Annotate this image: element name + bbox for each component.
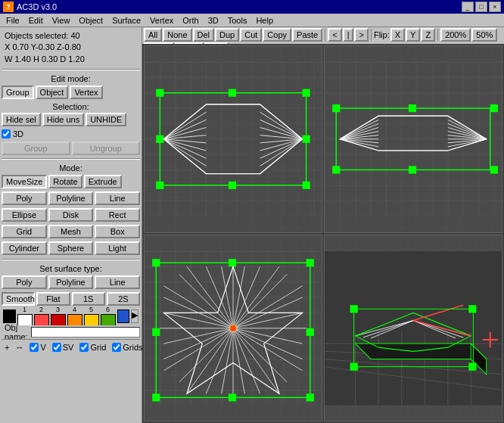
group-button[interactable]: Group [2,142,70,155]
app-title: AC3D v3.0 [17,2,57,11]
selection-label: Selection: [2,102,140,111]
toolbar-row: All None Del Dup Cut Copy Paste < | > Fl… [142,27,504,44]
svg-rect-66 [152,259,160,266]
gridsnap-checkbox[interactable] [112,343,121,352]
smooth-button[interactable]: Smooth [2,292,35,306]
surf-poly-button[interactable]: Poly [2,275,47,289]
2s-button[interactable]: 2S [107,292,140,306]
hide-selected-button[interactable]: Hide sel [2,113,41,126]
menu-surface[interactable]: Surface [107,15,145,26]
object-mode-button[interactable]: Object [36,86,69,99]
menu-view[interactable]: View [48,15,75,26]
toolbar-sep-2 [371,29,372,41]
vertex-mode-button[interactable]: Vertex [70,86,102,99]
dup-button[interactable]: Dup [215,28,239,42]
cylinder-button[interactable]: Cylinder [2,241,47,255]
divider-1 [2,69,140,70]
zoom50-button[interactable]: 50% [471,28,497,42]
movesize-button[interactable]: MoveSize [2,175,47,188]
svg-rect-6 [303,135,310,143]
group-mode-button[interactable]: Group [2,86,34,99]
flip-y-button[interactable]: Y [406,28,420,42]
cut-button[interactable]: Cut [240,28,262,42]
group-ungroup-row: Group Ungroup [2,142,140,155]
title-bar: 7 AC3D v3.0 _ □ × [0,0,504,14]
1s-button[interactable]: 1S [72,292,105,306]
surf-line-button[interactable]: Line [95,275,140,289]
color-label-5: 5 [89,306,93,313]
box-button[interactable]: Box [95,225,140,238]
menu-object[interactable]: Object [74,15,107,26]
zoom200-button[interactable]: 200% [440,28,471,42]
none-button[interactable]: None [163,28,191,42]
ellipse-button[interactable]: Ellipse [2,208,47,222]
sv-checkbox[interactable] [52,343,61,352]
rotate-button[interactable]: Rotate [48,175,82,188]
app-icon: 7 [3,2,14,12]
3d-checkbox[interactable] [2,129,11,138]
color-label-6: 6 [106,306,110,313]
menu-orth[interactable]: Orth [178,15,203,26]
extrude-button[interactable]: Extrude [84,175,122,188]
maximize-button[interactable]: □ [475,2,487,12]
flat-button[interactable]: Flat [36,292,70,306]
menu-file[interactable]: File [2,15,24,26]
line-button[interactable]: Line [95,191,140,205]
tool-row1: Poly Polyline Line [2,191,140,205]
ungroup-button[interactable]: Ungroup [72,142,141,155]
sphere-button[interactable]: Sphere [48,241,94,255]
svg-rect-71 [152,393,160,401]
obj-name-input[interactable] [31,327,140,337]
menu-tools[interactable]: Tools [223,15,252,26]
poly-button[interactable]: Poly [2,191,47,205]
move-icon[interactable]: ↔ [15,343,23,352]
color-scroll[interactable]: ▶ [131,309,138,323]
mode-buttons: MoveSize Rotate Extrude [2,175,140,188]
viewport-bottom-right[interactable] [324,235,502,422]
menu-3d[interactable]: 3D [204,15,223,26]
viewport-top-right[interactable] [324,45,502,233]
grid-checkbox-label: Grid [79,343,106,352]
color-black-swatch[interactable] [3,309,16,323]
objects-selected: Objects selected: 40 [5,30,137,42]
viewport-top-left[interactable] [144,45,322,233]
rect-button[interactable]: Rect [95,208,140,222]
info-section: Objects selected: 40 X 0.70 Y-0.30 Z-0.8… [2,29,140,67]
3d-checkbox-row: 3D [2,129,23,138]
viewport-bottom-left[interactable] [144,235,322,422]
grid-checkbox[interactable] [79,343,89,352]
svg-rect-39 [409,166,416,173]
paste-button[interactable]: Paste [292,28,322,42]
divider-2 [2,158,140,160]
polyline-button[interactable]: Polyline [48,191,94,205]
unhide-button[interactable]: UNHIDE [86,113,126,126]
window-controls[interactable]: _ □ × [462,2,501,12]
prev-button[interactable]: < [328,28,341,42]
menu-vertex[interactable]: Vertex [145,15,178,26]
mesh-button[interactable]: Mesh [48,225,94,238]
all-button[interactable]: All [144,28,162,42]
minimize-button[interactable]: _ [462,2,474,12]
selection-buttons: Hide sel Hide uns UNHIDE 3D [2,113,140,140]
surface-type-row1: Poly Polyline Line [2,275,140,289]
next-button[interactable]: > [354,28,368,42]
copy-button[interactable]: Copy [263,28,291,42]
hide-unselected-button[interactable]: Hide uns [42,113,84,126]
color-blue-swatch[interactable] [117,309,130,323]
flip-z-button[interactable]: Z [421,28,435,42]
light-button[interactable]: Light [95,241,140,255]
svg-rect-73 [306,393,314,401]
plus-icon[interactable]: + [5,343,9,352]
flip-x-button[interactable]: X [390,28,405,42]
v-checkbox[interactable] [30,343,39,352]
disk-button[interactable]: Disk [48,208,94,222]
menu-edit[interactable]: Edit [24,15,48,26]
flip-label: Flip: [374,30,390,39]
close-button[interactable]: × [489,2,501,12]
del-button[interactable]: Del [193,28,215,42]
menu-help[interactable]: Help [251,15,278,26]
viewports [142,44,504,423]
grid-button[interactable]: Grid [2,225,47,238]
surf-polyline-button[interactable]: Polyline [48,275,94,289]
surface-type-row2: Smooth Flat 1S 2S [2,292,140,306]
